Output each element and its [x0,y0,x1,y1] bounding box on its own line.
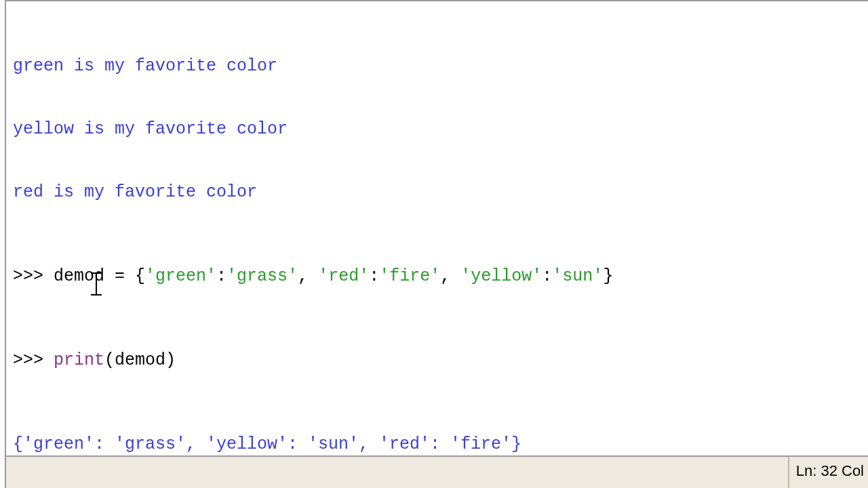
editor-frame: green is my favorite color yellow is my … [5,0,868,488]
status-ln-label: Ln: [796,462,821,479]
input-line[interactable]: >>> demod = {'green':'grass', 'red':'fir… [13,266,861,287]
prompt: >>> [13,350,54,370]
string-literal: 'green' [145,266,216,286]
status-position: Ln: 32 Col [788,457,868,488]
stdout-line: red is my favorite color [13,182,861,203]
stdout-line: {'green': 'grass', 'yellow': 'sun', 'red… [13,434,861,455]
status-bar: Ln: 32 Col [6,455,868,488]
string-literal: 'fire' [379,266,440,286]
stdout-line: green is my favorite color [13,56,861,77]
string-literal: 'red' [318,266,369,286]
status-ln-value: 32 [821,462,837,479]
builtin-print: print [54,350,104,370]
string-literal: 'grass' [226,266,298,286]
code-text: (demod) [104,350,176,370]
string-literal: 'yellow' [460,266,542,286]
string-literal: 'sun' [552,266,603,286]
code-text: demod = { [54,266,145,286]
shell-editor[interactable]: green is my favorite color yellow is my … [6,1,868,455]
stdout-line: yellow is my favorite color [13,119,861,140]
status-col-label: Col [837,462,864,479]
prompt: >>> [13,266,54,286]
input-line[interactable]: >>> print(demod) [13,350,861,371]
